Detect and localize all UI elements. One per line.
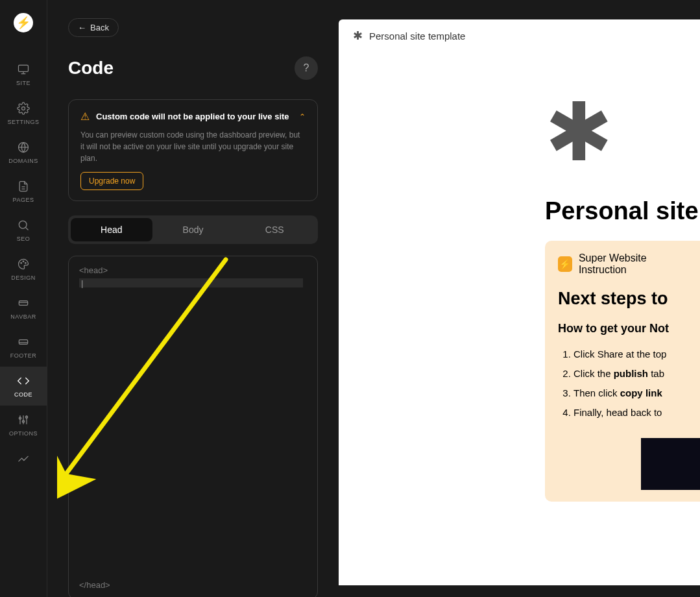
svg-point-8 — [19, 221, 27, 228]
preview-pane: ✱ Personal site template ✱ Personal site… — [339, 19, 700, 585]
bolt-icon: ⚡ — [558, 256, 572, 272]
sidebar-item-seo[interactable]: SEO — [0, 211, 47, 250]
how-heading: How to get your Not — [558, 322, 687, 335]
chart-icon — [17, 452, 30, 465]
next-steps-heading: Next steps to — [558, 289, 687, 309]
hero-asterisk-icon: ✱ — [545, 91, 700, 173]
sidebar-item-navbar[interactable]: NAVBAR — [0, 289, 47, 328]
sidebar-label: FOOTER — [10, 352, 37, 359]
arrow-left-icon: ← — [78, 23, 86, 32]
app-logo[interactable]: ⚡ — [14, 13, 33, 32]
embedded-media-placeholder — [641, 438, 700, 490]
navbar-icon — [17, 297, 30, 310]
svg-point-10 — [21, 263, 22, 264]
upgrade-notice: ⚠ Custom code will not be applied to you… — [68, 99, 318, 201]
svg-line-9 — [25, 227, 28, 230]
svg-point-11 — [23, 261, 24, 262]
sidebar-item-site[interactable]: SITE — [0, 55, 47, 94]
svg-rect-13 — [19, 301, 27, 306]
globe-icon — [17, 141, 30, 154]
editor-cursor: | — [81, 278, 83, 288]
sidebar-item-pages[interactable]: PAGES — [0, 172, 47, 211]
preview-page-title: Personal site template — [369, 30, 465, 42]
back-button[interactable]: ← Back — [68, 18, 119, 37]
monitor-icon — [17, 63, 30, 76]
palette-icon — [17, 258, 30, 271]
tab-body[interactable]: Body — [152, 218, 234, 241]
sidebar-label: PAGES — [13, 197, 34, 203]
sidebar-item-footer[interactable]: FOOTER — [0, 328, 47, 367]
preview-breadcrumb[interactable]: ✱ Personal site template — [339, 19, 700, 53]
tab-head[interactable]: Head — [71, 218, 152, 241]
notice-body: You can preview custom code using the da… — [80, 129, 306, 164]
sidebar-label: SITE — [16, 80, 30, 86]
code-open-tag: <head> — [79, 265, 307, 275]
sidebar-label: CODE — [14, 391, 32, 398]
hero-heading: Personal site — [545, 197, 700, 225]
notice-title: Custom code will not be applied to your … — [96, 112, 293, 121]
gear-icon — [17, 102, 30, 115]
code-icon — [17, 374, 30, 387]
help-button[interactable]: ? — [295, 56, 318, 80]
back-label: Back — [90, 23, 109, 32]
svg-point-12 — [25, 263, 27, 264]
sidebar-label: DOMAINS — [8, 158, 38, 164]
editor-active-line — [79, 278, 303, 287]
sidebar-label: SEO — [17, 236, 30, 242]
tab-css[interactable]: CSS — [234, 218, 315, 241]
sidebar-item-domains[interactable]: DOMAINS — [0, 133, 47, 172]
step-item: Click Share at the top — [573, 345, 687, 364]
footer-icon — [17, 335, 30, 348]
sidebar-label: DESIGN — [11, 274, 36, 281]
settings-panel: ← Back Code ? ⚠ Custom code will not be … — [47, 0, 339, 597]
code-tabs: Head Body CSS — [68, 215, 318, 244]
svg-rect-15 — [19, 340, 27, 345]
chevron-up-icon[interactable]: ⌃ — [299, 112, 306, 121]
upgrade-button[interactable]: Upgrade now — [80, 172, 143, 190]
step-item: Click the publish tab — [573, 364, 687, 384]
sidebar-item-analytics[interactable] — [0, 445, 47, 465]
callout-label: Super Website Instruction — [579, 252, 687, 276]
sliders-icon — [17, 413, 30, 426]
instructions-callout: ⚡ Super Website Instruction Next steps t… — [545, 241, 700, 502]
step-item: Then click copy link — [573, 384, 687, 403]
sidebar-item-options[interactable]: OPTIONS — [0, 406, 47, 445]
question-icon: ? — [304, 62, 309, 74]
code-editor[interactable]: <head> | </head> — [68, 256, 318, 597]
step-item: Finally, head back to — [573, 403, 687, 422]
file-icon — [17, 180, 30, 193]
sidebar-label: SETTINGS — [7, 119, 39, 125]
search-icon — [17, 219, 30, 232]
sidebar: ⚡ SITE SETTINGS DOMAINS PAGES SEO DESIGN… — [0, 0, 47, 597]
sidebar-item-code[interactable]: CODE — [0, 367, 47, 406]
svg-point-3 — [22, 107, 25, 110]
asterisk-icon: ✱ — [353, 29, 363, 43]
svg-rect-0 — [19, 65, 29, 71]
warning-icon: ⚠ — [80, 110, 90, 123]
sidebar-label: OPTIONS — [9, 430, 38, 437]
code-close-tag: </head> — [79, 580, 110, 590]
sidebar-item-settings[interactable]: SETTINGS — [0, 94, 47, 133]
sidebar-label: NAVBAR — [10, 313, 36, 320]
page-title: Code — [68, 58, 114, 79]
sidebar-item-design[interactable]: DESIGN — [0, 250, 47, 289]
